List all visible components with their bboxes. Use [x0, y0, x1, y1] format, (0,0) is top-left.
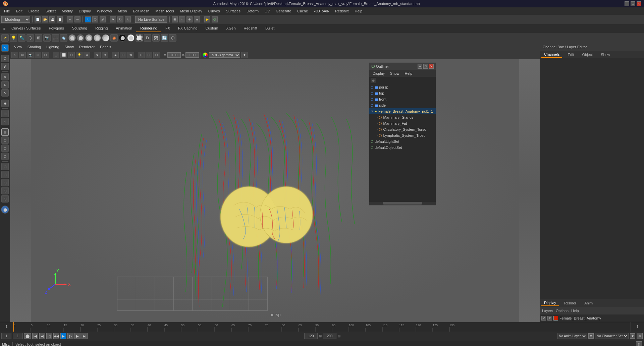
menu-edit-mesh[interactable]: Edit Mesh [130, 8, 152, 14]
paint-tool[interactable]: 🖌 [1, 63, 9, 70]
sphere2-btn[interactable]: ⬤ [77, 34, 84, 42]
camera-aim-btn[interactable]: 🎥 [52, 34, 59, 42]
menu-modify[interactable]: Modify [59, 8, 75, 14]
outliner-item-mammary-fat[interactable]: └ ⬡ Mammary_Fat [369, 120, 436, 126]
vp-home-btn[interactable]: ⌂ [11, 52, 18, 58]
sun-icon-btn[interactable]: ☀ [1, 34, 9, 42]
bp-tab-display[interactable]: Display [541, 300, 559, 306]
hypershade-btn[interactable]: ⬡ [169, 34, 176, 42]
layer-btn-2[interactable]: ⬡ [1, 171, 9, 178]
prev-key-btn[interactable]: ◁| [46, 333, 52, 339]
outliner-maximize-btn[interactable]: □ [423, 64, 428, 69]
outliner-minimize-btn[interactable]: ─ [418, 64, 422, 69]
bp-tab-render[interactable]: Render [561, 300, 579, 306]
redo-btn[interactable]: ↪ [74, 16, 80, 22]
soft-mod-tool[interactable]: ◉ [1, 100, 9, 107]
tab-custom[interactable]: Custom [202, 25, 222, 32]
tab-fx-caching[interactable]: FX Caching [174, 25, 201, 32]
menu-redshift[interactable]: Redshift [332, 8, 351, 14]
rotate-tool[interactable]: ↻ [1, 81, 9, 89]
cb-tab-show[interactable]: Show [598, 52, 613, 57]
checker-btn[interactable]: ⬜ [136, 34, 143, 42]
outliner-item-mammary-glands[interactable]: └ ⬡ Mammary_Glands [369, 114, 436, 120]
vp-shadow-btn[interactable]: ◈ [84, 52, 90, 58]
vp-heads-btn[interactable]: ⬡ [42, 52, 49, 58]
outliner-menu-help[interactable]: Help [403, 71, 415, 76]
outliner-item-lymphatic[interactable]: └ ⬡ Lymphatic_System_Troso [369, 132, 436, 138]
tab-redshift[interactable]: Redshift [240, 25, 261, 32]
outliner-menu-show[interactable]: Show [388, 71, 401, 76]
vp-menu-view[interactable]: View [12, 44, 24, 50]
anim-layer-select[interactable]: No Anim Layer [557, 333, 587, 339]
minimize-button[interactable]: ─ [625, 1, 629, 6]
timeline-ruler[interactable]: 1 5 10 15 20 25 30 35 40 45 50 55 60 65 … [13, 322, 631, 332]
menu-windows[interactable]: Windows [94, 8, 115, 14]
cb-tab-edit[interactable]: Edit [565, 52, 577, 57]
menu-display[interactable]: Display [76, 8, 94, 14]
tab-sculpting[interactable]: Sculpting [68, 25, 91, 32]
area-light-btn[interactable]: ⬡ [26, 34, 34, 42]
new-scene-btn[interactable]: 📄 [35, 16, 41, 22]
camera-btn[interactable]: 📷 [43, 34, 51, 42]
tab-polygons[interactable]: Polygons [45, 25, 68, 32]
open-scene-btn[interactable]: 📂 [42, 16, 48, 22]
play-back-btn[interactable]: ◀◀ [53, 333, 59, 339]
vp-wire-btn[interactable]: ◫ [53, 52, 59, 58]
outliner-item-front[interactable]: ⬡ ◼ front [369, 96, 436, 102]
vp-texture-btn[interactable]: ⬡ [68, 52, 75, 58]
outliner-item-top[interactable]: ⬡ ◼ top [369, 90, 436, 96]
vp-select-cam-btn[interactable]: 📷 [27, 52, 34, 58]
character-set-select[interactable]: No Character Set [595, 333, 629, 339]
render-icon-btn[interactable]: 🖼 [152, 34, 160, 42]
vp-manip-btn[interactable]: ✥ [94, 52, 101, 58]
grid2-btn[interactable]: ⬡ [1, 136, 9, 144]
white-sphere-btn[interactable]: ⬤ [127, 34, 135, 42]
snap-curve-btn[interactable]: 〰 [179, 16, 185, 22]
info-btn[interactable]: ℹ [1, 118, 9, 125]
lasso-tool[interactable]: ⬡ [1, 55, 9, 62]
sculpt-btn[interactable]: ⬡ [1, 153, 9, 160]
menu-curves[interactable]: Curves [206, 8, 223, 14]
menu-uv[interactable]: UV [262, 8, 272, 14]
layer-btn-1[interactable]: ⬡ [1, 163, 9, 170]
outliner-item-persp[interactable]: ⬡ ◼ persp [369, 84, 436, 90]
layers-menu-layers[interactable]: Layers [542, 309, 553, 313]
menu-file[interactable]: File [1, 8, 13, 14]
menu-cache[interactable]: Cache [294, 8, 311, 14]
layers-menu-help[interactable]: Help [571, 309, 579, 313]
vp-aa-btn[interactable]: ⟲ [127, 52, 134, 58]
vp-isolate-btn[interactable]: ⊙ [102, 52, 108, 58]
lighting-icon-btn[interactable]: 💡 [10, 34, 17, 42]
undo-btn[interactable]: ↩ [67, 16, 73, 22]
material-btn[interactable]: ◉ [60, 34, 67, 42]
status-settings-btn[interactable]: ⚙ [636, 341, 642, 346]
menu-mesh-display[interactable]: Mesh Display [177, 8, 205, 14]
sphere3-btn[interactable]: ⬤ [85, 34, 93, 42]
layer-btn-4[interactable]: ⬡ [1, 187, 9, 194]
vp-grid-toggle[interactable]: ⊞ [35, 52, 41, 58]
outliner-hscroll-thumb[interactable] [383, 202, 423, 205]
grey-sphere-btn[interactable]: ⬤ [94, 34, 101, 42]
vp-gamma-select[interactable]: sRGB gamma Linear [209, 52, 240, 58]
rotate-btn[interactable]: ↻ [117, 16, 123, 22]
goto-start-btn[interactable]: |◀ [32, 333, 38, 339]
tab-rigging[interactable]: Rigging [91, 25, 112, 32]
scale-btn[interactable]: ⤡ [125, 16, 131, 22]
workspace-btn[interactable]: ⬤ [1, 206, 9, 214]
tab-animation[interactable]: Animation [112, 25, 136, 32]
vp-menu-shading[interactable]: Shading [25, 44, 43, 50]
prev-frame-btn[interactable]: ◀ [39, 333, 45, 339]
frame-current-input[interactable] [13, 333, 23, 339]
outliner-menu-display[interactable]: Display [371, 71, 387, 76]
tab-bullet[interactable]: Bullet [261, 25, 279, 32]
snap-grid-btn[interactable]: ⊞ [172, 16, 178, 22]
tab-xgen[interactable]: XGen [222, 25, 239, 32]
tab-fx[interactable]: FX [161, 25, 174, 32]
texture-btn[interactable]: 🗋 [144, 34, 151, 42]
sphere-btn[interactable]: ⬤ [68, 34, 76, 42]
frame-end-input[interactable] [304, 333, 318, 339]
snap-view-btn[interactable]: ◈ [194, 16, 200, 22]
menu-deform[interactable]: Deform [244, 8, 261, 14]
frame-start-input[interactable] [1, 333, 11, 339]
ipr-icon-btn[interactable]: 🔄 [161, 34, 168, 42]
